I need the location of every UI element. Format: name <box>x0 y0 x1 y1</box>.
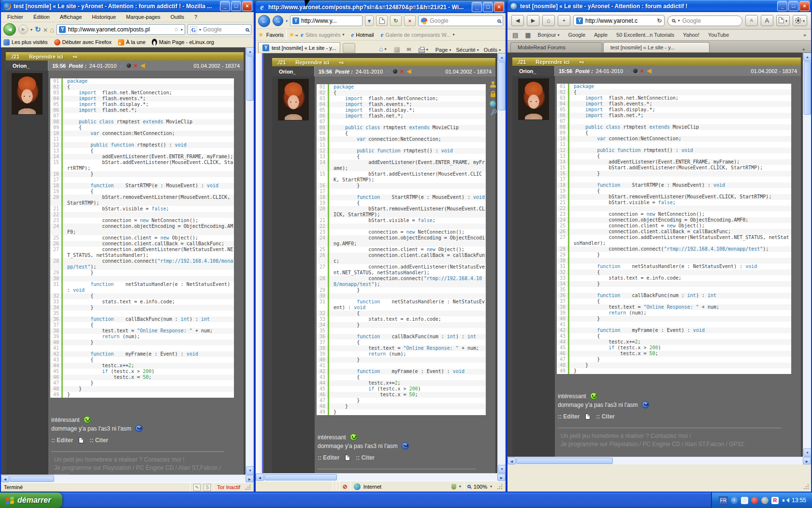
search-placeholder[interactable]: Google <box>682 17 738 24</box>
bookmark-item[interactable]: YouTube <box>708 32 729 38</box>
menu-item[interactable]: Marque-pages <box>122 13 164 21</box>
globe-icon[interactable] <box>490 101 496 107</box>
url-text[interactable]: http://www.yaronet.c <box>585 17 654 24</box>
command-button[interactable]: Page▾ <box>433 47 454 53</box>
close-button[interactable]: × <box>494 2 504 12</box>
bookmark-item[interactable]: Les plus visités <box>3 39 48 45</box>
font-size-decrease-button[interactable]: A <box>745 15 758 26</box>
feeds-button[interactable] <box>392 47 402 53</box>
home-button[interactable]: ⌂▾ <box>377 45 389 53</box>
bookmark-item[interactable]: Bonjour▾ <box>538 32 560 38</box>
topic-anchor[interactable]: •« <box>580 59 584 65</box>
address-bar[interactable]: Y http://www.y... <box>290 15 362 26</box>
scroll-right-icon[interactable]: ▶ <box>497 474 506 481</box>
document-icon[interactable] <box>585 414 590 419</box>
document-icon[interactable] <box>79 437 84 443</box>
font-size-increase-button[interactable]: A <box>761 15 773 26</box>
resize-grip[interactable] <box>497 484 503 490</box>
close-button[interactable]: × <box>242 1 252 11</box>
wrench-icon[interactable] <box>491 110 495 115</box>
minimize-button[interactable]: _ <box>777 1 787 11</box>
post-author[interactable]: Orion_ <box>6 60 48 71</box>
delete-icon[interactable]: × <box>640 68 644 75</box>
url-dropdown-icon[interactable]: ▾ <box>181 28 183 32</box>
search-box[interactable]: ▾ Google <box>667 15 742 26</box>
read-mail-button[interactable]: ✉ <box>405 46 414 53</box>
bookmark-item[interactable]: Google <box>568 32 585 38</box>
edit-link[interactable]: :: Editer <box>51 437 73 444</box>
url-text[interactable]: http://www.y... <box>301 17 360 24</box>
cite-link[interactable]: :: Citer <box>596 413 615 420</box>
favorite-item[interactable]: e Galerie de composants W...▾ <box>381 31 455 38</box>
bomb-icon[interactable] <box>127 63 131 68</box>
scroll-right-icon[interactable]: ▶ <box>803 457 811 464</box>
bookmark-item[interactable]: Apple <box>594 32 608 38</box>
topic-anchor[interactable]: •« <box>73 54 78 60</box>
topic-number[interactable]: ./21 <box>517 59 526 65</box>
delete-icon[interactable]: × <box>134 62 137 69</box>
vertical-scrollbar[interactable]: ▲ ▼ <box>246 47 254 475</box>
user-icon[interactable] <box>490 81 496 88</box>
new-tab-button[interactable]: + <box>558 15 570 26</box>
forward-button[interactable]: ▶ <box>18 25 28 34</box>
reload-icon[interactable]: ↻ <box>657 17 662 24</box>
menu-item[interactable]: Historique <box>88 13 120 21</box>
address-bar[interactable]: Y http://www.yaronet.c ↻ <box>573 15 665 26</box>
address-bar[interactable]: Y http://www.yaronet.com/posts.pl ☆ ▾ <box>57 24 185 35</box>
bookmark-star-icon[interactable]: ☆ <box>174 26 179 33</box>
url-text[interactable]: http://www.yaronet.com/posts.pl <box>68 26 172 33</box>
search-icon[interactable] <box>246 28 249 31</box>
command-button[interactable]: Sécurité▾ <box>453 47 481 53</box>
edit-link[interactable]: :: Editer <box>558 413 580 420</box>
stop-button[interactable]: × <box>404 15 416 26</box>
back-button[interactable]: ◀ <box>511 15 524 26</box>
bookmark-item[interactable]: À la une <box>118 39 145 45</box>
menu-item[interactable]: Fichier <box>3 13 27 21</box>
search-placeholder[interactable]: Google <box>203 26 244 33</box>
vertical-scrollbar[interactable]: ▲ ▼ <box>803 53 811 457</box>
compatibility-view-icon[interactable] <box>376 15 388 26</box>
zoom-icon[interactable] <box>467 485 471 488</box>
report-horn-icon[interactable] <box>647 69 652 74</box>
firefox-titlebar[interactable]: test [nosmile] « Le site - yAronet - Att… <box>1 0 254 12</box>
scroll-up-icon[interactable]: ▲ <box>498 53 506 61</box>
topic-number[interactable]: ./21 <box>11 54 19 60</box>
history-dropdown-icon[interactable]: ▾ <box>30 28 32 32</box>
menu-item[interactable]: ? <box>190 13 201 21</box>
tab-active[interactable]: Y test [nosmile] « Le site - y... <box>258 42 340 53</box>
zoom-dropdown-icon[interactable]: ▾ <box>490 484 492 489</box>
search-engine-dropdown-icon[interactable]: ▾ <box>199 28 201 32</box>
scrollbar-thumb[interactable] <box>246 56 254 101</box>
close-button[interactable]: × <box>799 1 810 11</box>
tray-disabled-icon[interactable] <box>761 497 768 504</box>
maximize-button[interactable]: □ <box>231 1 241 11</box>
scroll-left-icon[interactable]: ◀ <box>1 475 9 482</box>
history-dropdown-icon[interactable]: ▾ <box>286 19 288 23</box>
scroll-down-icon[interactable]: ▼ <box>246 466 254 475</box>
inprivate-filter-icon[interactable]: ⊘ <box>343 483 348 490</box>
tray-arrow-icon[interactable]: ‹ <box>731 497 738 504</box>
minimize-button[interactable]: _ <box>220 1 230 11</box>
scrollbar-thumb[interactable] <box>804 61 811 115</box>
settings-button[interactable]: ▾ <box>793 15 807 26</box>
favorite-item[interactable]: e Sites suggérés▾ <box>301 31 345 38</box>
scroll-right-icon[interactable]: ▶ <box>246 475 254 482</box>
scrollbar-thumb[interactable] <box>10 476 54 482</box>
document-icon[interactable] <box>345 455 350 461</box>
minimize-button[interactable]: _ <box>472 2 482 12</box>
resize-grip[interactable] <box>803 484 809 490</box>
extension-icon[interactable]: ✎ <box>193 484 201 491</box>
top-sites-grid-icon[interactable]: ▦ <box>525 31 531 39</box>
favorite-item[interactable]: e Hotmail <box>351 31 374 38</box>
scroll-left-icon[interactable]: ◀ <box>508 457 516 464</box>
cite-link[interactable]: :: Citer <box>89 437 108 444</box>
tab-active[interactable]: test [nosmile] « Le site - y... <box>603 42 710 52</box>
print-button[interactable]: ▾ <box>416 46 431 53</box>
bookmark-item[interactable]: Yahoo! <box>683 32 699 38</box>
zoom-level[interactable]: 100% <box>474 484 487 490</box>
forward-button[interactable]: → <box>273 15 283 26</box>
scrollbar-thumb[interactable] <box>498 62 506 110</box>
search-box[interactable]: G ▾ Google <box>188 24 251 35</box>
edit-link[interactable]: :: Editer <box>318 454 339 461</box>
delete-icon[interactable]: × <box>400 68 404 75</box>
